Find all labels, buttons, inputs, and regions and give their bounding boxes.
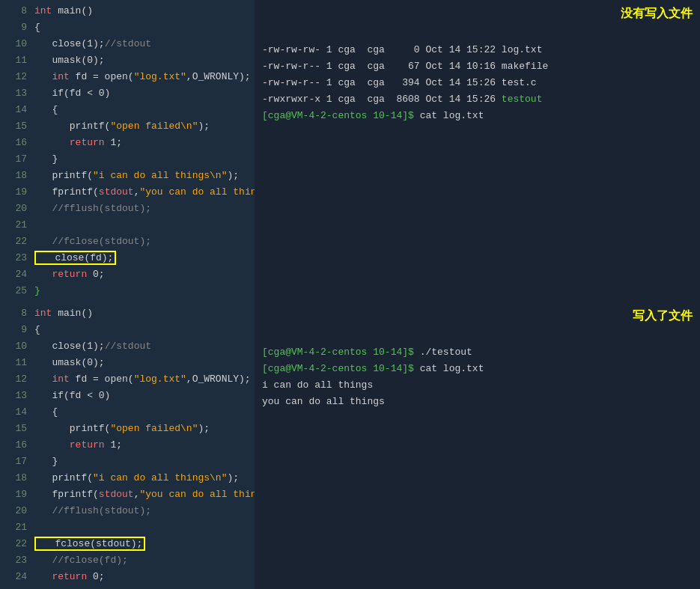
line-number: 18	[6, 168, 27, 184]
code-line: 10 close(1);//stdout	[0, 338, 255, 355]
code-line: 14 {	[0, 102, 255, 118]
line-number: 15	[6, 421, 27, 437]
line-number: 17	[6, 151, 27, 168]
code-line: 20 //fflush(stdout);	[0, 503, 255, 519]
code-line: 22 //fclose(stdout);	[0, 234, 255, 250]
code-line: 8int main()	[0, 305, 255, 322]
highlighted-code: close(fd);	[34, 251, 116, 265]
bottom-code-panel: 8int main()9{10 close(1);//stdout11 umas…	[0, 302, 255, 589]
code-line: 22 fclose(stdout);	[0, 536, 255, 552]
line-number: 25	[6, 283, 27, 299]
code-line: 24 return 0;	[0, 266, 255, 283]
code-line: 25	[0, 585, 255, 589]
terminal-line: [cga@VM-4-2-centos 10-14]$ cat log.txt	[262, 361, 693, 377]
line-number: 21	[6, 519, 27, 536]
code-line: 10 close(1);//stdout	[0, 36, 255, 52]
code-line: 23 close(fd);	[0, 250, 255, 266]
bottom-terminal-panel: 写入了文件 [cga@VM-4-2-centos 10-14]$ ./testo…	[255, 302, 700, 589]
line-number: 24	[6, 569, 27, 585]
line-number: 13	[6, 388, 27, 404]
code-line: 14 {	[0, 404, 255, 421]
terminal-line: -rw-rw-rw- 1 cga cga 0 Oct 14 15:22 log.…	[262, 42, 693, 58]
terminal-line: -rw-rw-r-- 1 cga cga 67 Oct 14 10:16 mak…	[262, 58, 693, 75]
code-line: 21	[0, 519, 255, 536]
line-number: 21	[6, 217, 27, 234]
code-line: 18 printf("i can do all things\n");	[0, 168, 255, 184]
code-line: 12 int fd = open("log.txt",O_WRONLY);	[0, 69, 255, 85]
line-number: 8	[6, 3, 27, 19]
line-number: 10	[6, 338, 27, 355]
code-line: 9{	[0, 322, 255, 338]
line-number: 20	[6, 201, 27, 217]
line-number: 22	[6, 234, 27, 250]
code-line: 15 printf("open failed\n");	[0, 421, 255, 437]
top-annotation: 没有写入文件	[621, 6, 693, 22]
terminal-line: [cga@VM-4-2-centos 10-14]$ ./testout	[262, 344, 693, 361]
code-line: 18 printf("i can do all things\n");	[0, 470, 255, 486]
bottom-section: 8int main()9{10 close(1);//stdout11 umas…	[0, 302, 700, 589]
bottom-annotation: 写入了文件	[633, 308, 693, 324]
line-number: 18	[6, 470, 27, 486]
line-number: 11	[6, 52, 27, 69]
line-number: 11	[6, 355, 27, 371]
code-line: 13 if(fd < 0)	[0, 85, 255, 102]
code-line: 19 fprintf(stdout,"you can do all things…	[0, 486, 255, 503]
code-line: 16 return 1;	[0, 437, 255, 454]
code-line: 12 int fd = open("log.txt",O_WRONLY);	[0, 371, 255, 388]
line-number: 13	[6, 85, 27, 102]
code-line: 17 }	[0, 454, 255, 470]
code-line: 11 umask(0);	[0, 52, 255, 69]
terminal-line: i can do all things	[262, 377, 693, 394]
code-line: 17 }	[0, 151, 255, 168]
top-code-panel: 8int main()9{10 close(1);//stdout11 umas…	[0, 0, 255, 302]
line-number: 25	[6, 585, 27, 589]
terminal-line: you can do all things	[262, 394, 693, 410]
line-number: 12	[6, 371, 27, 388]
line-number: 19	[6, 184, 27, 201]
top-terminal-panel: 没有写入文件 -rw-rw-rw- 1 cga cga 0 Oct 14 15:…	[255, 0, 700, 302]
terminal-line: -rw-rw-r-- 1 cga cga 394 Oct 14 15:26 te…	[262, 75, 693, 91]
code-line: 19 fprintf(stdout,"you can do all things…	[0, 184, 255, 201]
line-number: 8	[6, 305, 27, 322]
line-number: 16	[6, 437, 27, 454]
line-number: 22	[6, 536, 27, 552]
line-number: 9	[6, 322, 27, 338]
terminal-line: -rwxrwxr-x 1 cga cga 8608 Oct 14 15:26 t…	[262, 91, 693, 108]
code-line: 9{	[0, 19, 255, 36]
line-number: 20	[6, 503, 27, 519]
line-number: 9	[6, 19, 27, 36]
code-line: 13 if(fd < 0)	[0, 388, 255, 404]
code-line: 8int main()	[0, 3, 255, 19]
main-container: 8int main()9{10 close(1);//stdout11 umas…	[0, 0, 700, 589]
highlighted-code: fclose(stdout);	[34, 537, 145, 551]
line-number: 14	[6, 404, 27, 421]
line-number: 10	[6, 36, 27, 52]
terminal-line: [cga@VM-4-2-centos 10-14]$ cat log.txt	[262, 108, 693, 124]
code-line: 23 //fclose(fd);	[0, 552, 255, 569]
line-number: 14	[6, 102, 27, 118]
code-line: 20 //fflush(stdout);	[0, 201, 255, 217]
line-number: 16	[6, 135, 27, 151]
line-number: 17	[6, 454, 27, 470]
top-section: 8int main()9{10 close(1);//stdout11 umas…	[0, 0, 700, 302]
code-line: 16 return 1;	[0, 135, 255, 151]
code-line: 15 printf("open failed\n");	[0, 118, 255, 135]
line-number: 15	[6, 118, 27, 135]
line-number: 23	[6, 250, 27, 266]
code-line: 24 return 0;	[0, 569, 255, 585]
code-line: 25}	[0, 283, 255, 299]
code-line: 21	[0, 217, 255, 234]
line-number: 19	[6, 486, 27, 503]
line-number: 24	[6, 266, 27, 283]
line-number: 12	[6, 69, 27, 85]
line-number: 23	[6, 552, 27, 569]
code-line: 11 umask(0);	[0, 355, 255, 371]
